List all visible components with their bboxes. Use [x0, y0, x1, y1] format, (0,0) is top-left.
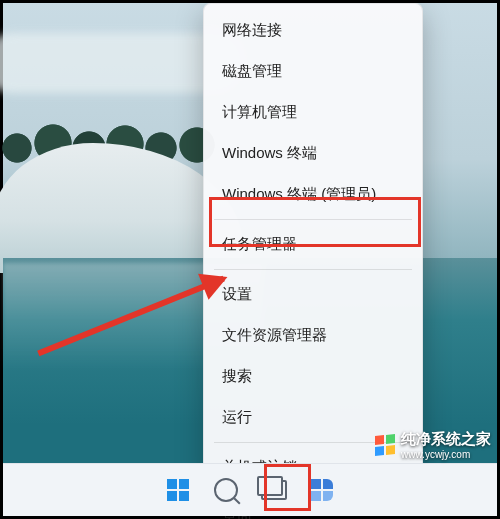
- menu-item-windows-terminal[interactable]: Windows 终端: [204, 133, 422, 174]
- taskbar-search-button[interactable]: [209, 473, 243, 507]
- watermark-text: 纯净系统之家 www.ycwjy.com: [401, 430, 491, 460]
- menu-item-disk-management[interactable]: 磁盘管理: [204, 51, 422, 92]
- taskbar-task-view-button[interactable]: [257, 473, 291, 507]
- menu-item-label: 文件资源管理器: [222, 326, 327, 345]
- menu-item-windows-terminal-admin[interactable]: Windows 终端 (管理员): [204, 174, 422, 215]
- widgets-icon: [311, 479, 333, 501]
- watermark-logo-icon: [375, 434, 395, 456]
- menu-item-label: 网络连接: [222, 21, 282, 40]
- menu-item-label: 搜索: [222, 367, 252, 386]
- winx-context-menu: 网络连接 磁盘管理 计算机管理 Windows 终端 Windows 终端 (管…: [203, 3, 423, 479]
- menu-item-label: 计算机管理: [222, 103, 297, 122]
- start-button[interactable]: [161, 473, 195, 507]
- taskbar: [3, 463, 497, 516]
- menu-item-settings[interactable]: 设置: [204, 274, 422, 315]
- menu-item-network-connections[interactable]: 网络连接: [204, 10, 422, 51]
- menu-separator: [214, 219, 412, 220]
- menu-item-label: 磁盘管理: [222, 62, 282, 81]
- task-view-icon: [261, 480, 287, 500]
- menu-item-label: 任务管理器: [222, 235, 297, 254]
- menu-separator: [214, 269, 412, 270]
- menu-item-label: Windows 终端: [222, 144, 317, 163]
- taskbar-widgets-button[interactable]: [305, 473, 339, 507]
- taskbar-center-icons: [161, 473, 339, 507]
- menu-item-file-explorer[interactable]: 文件资源管理器: [204, 315, 422, 356]
- menu-item-label: 运行: [222, 408, 252, 427]
- menu-item-task-manager[interactable]: 任务管理器: [204, 224, 422, 265]
- screenshot-stage: 网络连接 磁盘管理 计算机管理 Windows 终端 Windows 终端 (管…: [0, 0, 500, 519]
- watermark: 纯净系统之家 www.ycwjy.com: [375, 430, 491, 460]
- menu-item-computer-management[interactable]: 计算机管理: [204, 92, 422, 133]
- menu-item-label: Windows 终端 (管理员): [222, 185, 376, 204]
- windows-logo-icon: [167, 479, 189, 501]
- menu-item-search[interactable]: 搜索: [204, 356, 422, 397]
- search-icon: [214, 478, 238, 502]
